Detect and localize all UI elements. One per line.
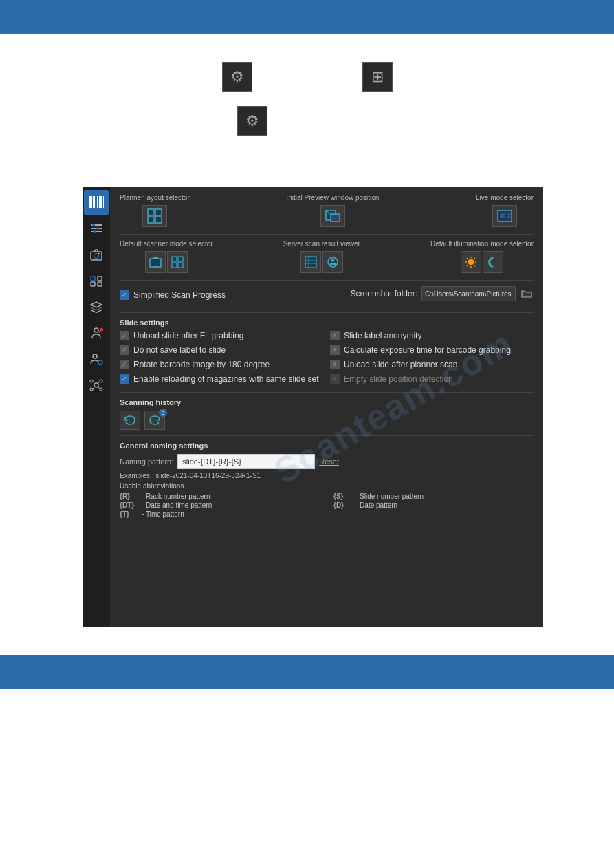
svg-line-44	[93, 387, 95, 389]
illumination-label: Default illumination mode selector	[430, 240, 534, 248]
sidebar-alert-icon	[89, 326, 103, 340]
slide-label-anon-checkbox[interactable]	[330, 331, 340, 340]
bottom-bar	[0, 655, 614, 689]
svg-point-30	[94, 328, 98, 332]
gear-icon-1[interactable]: ⚙	[222, 62, 252, 92]
divider-3	[120, 312, 534, 313]
abbrev-R-desc: - Rack number pattern	[142, 492, 210, 500]
svg-rect-11	[93, 196, 95, 208]
screenshot-folder-row: Screenshot folder:	[351, 286, 534, 301]
divider-5	[120, 435, 534, 436]
svg-line-72	[467, 258, 468, 259]
sidebar-item-tools[interactable]	[84, 216, 109, 241]
sidebar-item-network[interactable]	[84, 373, 109, 398]
abbrev-D-desc: - Date pattern	[355, 501, 397, 509]
naming-pattern-row: Naming pattern: Reset	[120, 454, 534, 469]
sidebar-item-barcode[interactable]	[84, 190, 109, 215]
illumination-btn-moon[interactable]	[483, 251, 503, 273]
server-scan-btn-1[interactable]	[300, 251, 321, 273]
calc-exposure-checkbox[interactable]	[330, 345, 340, 355]
gear-icon-2[interactable]: ⚙	[237, 106, 267, 136]
enable-reload-label: Enable reloading of magazines with same …	[133, 374, 318, 384]
empty-slide-checkbox[interactable]	[330, 374, 340, 384]
svg-rect-53	[500, 213, 505, 218]
svg-rect-16	[103, 196, 104, 208]
sidebar-item-layers[interactable]	[84, 294, 109, 319]
svg-rect-46	[148, 209, 154, 215]
unload-fl-checkbox[interactable]	[120, 331, 129, 340]
history-btn-2[interactable]: 9	[144, 411, 165, 430]
svg-point-20	[92, 224, 95, 226]
second-icon-row: ⚙	[83, 106, 531, 136]
history-btn-2-badge: 9	[159, 409, 167, 417]
simplified-scan-row: Simplified Scan Progress	[120, 290, 226, 300]
svg-line-74	[474, 258, 475, 259]
svg-point-40	[90, 388, 93, 391]
top-icon-row: ⚙ ⊞	[83, 62, 531, 92]
live-mode-group: Live mode selector	[476, 194, 534, 227]
svg-rect-12	[96, 196, 96, 208]
usable-abbreviations-section: Usable abbreviations {R} - Rack number p…	[120, 482, 534, 518]
svg-line-45	[98, 387, 100, 389]
abbrev-D-code: {D}	[333, 501, 353, 509]
no-save-label-checkbox[interactable]	[120, 345, 129, 355]
planner-layout-group: Planner layout selector	[120, 194, 190, 227]
server-scan-icon-2	[327, 256, 339, 268]
scanner-grid-icon	[171, 256, 184, 268]
abbrev-S: {S} - Slide number pattern	[333, 492, 534, 500]
svg-point-41	[100, 388, 102, 391]
planner-layout-label: Planner layout selector	[120, 194, 190, 202]
svg-rect-54	[507, 213, 510, 215]
screenshot-folder-browse-btn[interactable]	[520, 287, 534, 301]
rotate-barcode-checkbox[interactable]	[120, 360, 129, 369]
usable-abbrev-label: Usable abbreviations	[120, 482, 184, 490]
general-naming-header: General naming settings	[120, 442, 534, 450]
unload-fl-row: Unload slide after FL grabbing	[120, 331, 323, 340]
sun-icon	[465, 256, 477, 268]
slide-settings-header: Slide settings	[120, 318, 534, 327]
default-scanner-btn-2[interactable]	[167, 251, 188, 273]
app-panel: Scanteam.com	[83, 187, 543, 627]
abbrev-R-code: {R}	[120, 492, 139, 500]
history-btn-1[interactable]	[120, 411, 140, 430]
svg-rect-10	[91, 196, 92, 208]
svg-rect-15	[100, 196, 102, 208]
grid-icon-1[interactable]: ⊞	[362, 62, 393, 92]
server-scan-btn-2[interactable]	[322, 251, 343, 273]
abbreviations-grid: {R} - Rack number pattern {S} - Slide nu…	[120, 492, 534, 518]
naming-reset-btn[interactable]: Reset	[319, 457, 339, 466]
abbrev-DT-desc: - Date and time pattern	[142, 501, 212, 509]
abbrev-S-desc: - Slide number pattern	[355, 492, 424, 500]
examples-label: Examples:	[120, 472, 152, 479]
sidebar-camera-icon	[89, 248, 103, 261]
live-mode-btn[interactable]	[492, 205, 517, 227]
naming-pattern-input[interactable]	[177, 454, 315, 469]
top-bar	[0, 0, 614, 34]
sidebar	[83, 187, 110, 627]
preview-window-icon	[325, 208, 340, 224]
scanner-single-icon	[149, 256, 162, 268]
svg-rect-27	[98, 276, 102, 281]
sidebar-tools-icon	[89, 221, 103, 235]
sidebar-item-config[interactable]	[84, 268, 109, 293]
divider-2	[120, 280, 534, 281]
preview-window-btn[interactable]	[320, 205, 345, 227]
server-scan-btns	[300, 251, 343, 273]
default-scanner-btn-1[interactable]	[145, 251, 166, 273]
sidebar-item-person-settings[interactable]	[84, 347, 109, 371]
live-mode-icon	[497, 208, 512, 224]
simplified-scan-checkbox[interactable]	[120, 290, 129, 300]
sidebar-item-alert[interactable]	[84, 321, 109, 345]
planner-layout-btn[interactable]	[142, 205, 167, 227]
sidebar-item-camera[interactable]	[84, 242, 109, 267]
screenshot-folder-input[interactable]	[421, 286, 516, 301]
enable-reload-checkbox[interactable]	[120, 374, 129, 384]
rotate-barcode-label: Rotate barcode image by 180 degree	[133, 360, 270, 369]
history-btns-row: 9	[120, 411, 534, 430]
empty-slide-label: Empty slide position detection	[344, 374, 453, 384]
svg-rect-29	[98, 282, 102, 286]
enable-reload-row: Enable reloading of magazines with same …	[120, 374, 323, 384]
unload-planner-checkbox[interactable]	[330, 360, 340, 369]
illumination-btn-sun[interactable]	[461, 251, 481, 273]
svg-rect-13	[97, 196, 98, 208]
